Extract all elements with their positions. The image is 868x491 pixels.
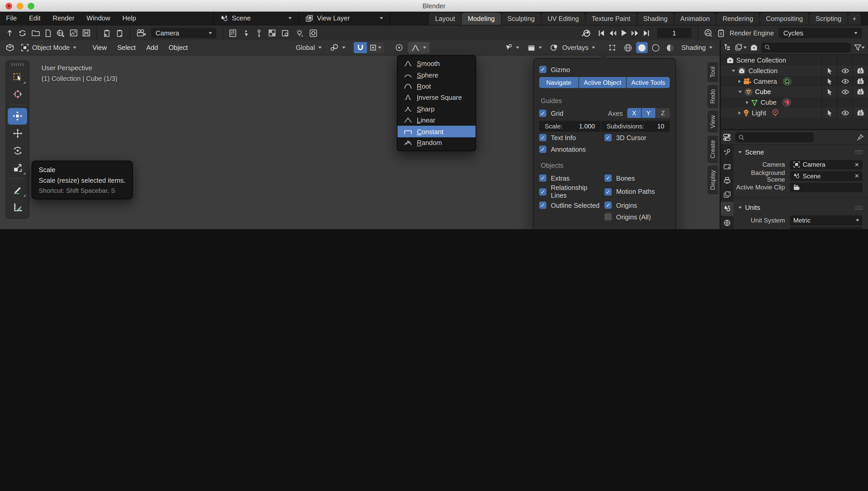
falloff-item-inverse-square[interactable]: Inverse Square [397,92,476,104]
shading-rendered-button[interactable] [664,42,676,53]
rotate-tool[interactable] [8,142,27,159]
extras-checkbox[interactable] [539,174,546,182]
folder-icon[interactable] [31,29,40,37]
grid-subdivisions-field[interactable]: Subdivisions: 10 [601,120,670,132]
select-pointer-icon[interactable] [827,78,832,85]
active-tools-button[interactable]: Active Tools [627,77,670,88]
expand-arrow-icon[interactable] [732,69,735,72]
properties-editor-icon[interactable] [723,133,731,141]
tab-animation[interactable]: Animation [674,13,717,25]
select-box-tool[interactable] [8,68,27,85]
clear-icon[interactable]: ✕ [855,162,859,168]
tab-sculpting[interactable]: Sculpting [502,13,541,25]
unit-system-selector[interactable]: Metric [790,215,863,225]
jump-to-start-icon[interactable] [598,30,605,36]
gizmos-toggle[interactable] [605,42,620,54]
snap-target-selector[interactable] [367,42,384,53]
expand-arrow-icon[interactable] [746,100,749,104]
grid-scale-field[interactable]: Scale: 1.000 [539,120,600,132]
disable-render-camera-icon[interactable] [857,67,864,74]
view-layer-selector[interactable]: View Layer [299,11,390,25]
annotations-checkbox[interactable] [539,146,546,153]
tab-texture-paint[interactable]: Texture Paint [586,13,637,25]
editor-split-horizontal[interactable] [721,129,868,130]
falloff-item-sharp[interactable]: Sharp [397,104,476,115]
scene-selector[interactable]: Scene [213,11,299,25]
render-engine-selector[interactable]: Cycles [779,28,862,38]
add-workspace-button[interactable]: + [848,13,861,25]
viewport-menu-view[interactable]: View [88,44,111,51]
tab-shading[interactable]: Shading [637,13,674,25]
hide-eye-icon[interactable] [841,110,849,115]
tab-scripting[interactable]: Scripting [809,13,848,25]
falloff-item-linear[interactable]: Linear [397,114,476,126]
annotate-tool[interactable] [8,181,27,198]
disable-render-camera-icon[interactable] [857,78,864,84]
link-globe-icon[interactable] [57,29,65,37]
sidebar-tab-create[interactable]: Create [708,136,718,163]
clear-icon[interactable]: ✕ [855,173,859,179]
image-icon[interactable] [70,29,78,37]
transform-tool[interactable] [8,108,27,124]
editor-split-vertical[interactable] [720,40,721,229]
filter-collection-icon[interactable] [750,44,758,51]
origins-checkbox[interactable] [604,202,612,209]
menu-window[interactable]: Window [81,11,117,25]
navigate-button[interactable]: Navigate [539,77,578,88]
scene-panel-header[interactable]: Scene [734,145,868,159]
world-tab-icon[interactable] [721,216,734,229]
hide-eye-icon[interactable] [841,68,849,74]
pin-icon[interactable] [256,29,263,37]
shading-material-button[interactable] [649,42,662,53]
tab-layout[interactable]: Layout [429,13,462,25]
publish-icon[interactable] [6,29,13,37]
next-keyframe-icon[interactable] [631,30,639,36]
previous-keyframe-icon[interactable] [609,30,617,36]
select-pointer-icon[interactable] [827,109,832,116]
viewport-menu-object[interactable]: Object [164,44,192,51]
sidebar-tab-redo[interactable]: Redo [708,85,718,108]
origins-all-checkbox[interactable] [604,213,612,221]
outliner-row-camera[interactable]: Camera [721,76,868,87]
outliner-row-light[interactable]: Light [721,108,868,118]
transform-pivot-selector[interactable] [327,42,349,54]
transform-orientation-selector[interactable]: Global [293,42,325,54]
camera-field[interactable]: Camera ✕ [790,160,863,170]
mode-selector[interactable]: Object Mode [18,42,80,54]
bones-checkbox[interactable] [604,174,612,182]
disable-render-camera-icon[interactable] [857,110,864,116]
output-tab-icon[interactable] [721,173,734,187]
sidebar-tab-display[interactable]: Display [708,166,718,195]
outliner-search-input[interactable] [761,42,851,53]
filter-funnel-icon[interactable] [854,44,865,51]
view-layer-tab-icon[interactable] [721,187,734,202]
proportional-editing-toggle[interactable] [392,42,406,54]
scene-tab-icon[interactable] [721,202,734,216]
select-pointer-icon[interactable] [827,88,832,95]
minimize-button[interactable] [17,3,23,9]
grid-checkbox[interactable] [539,110,546,117]
pin-id-icon[interactable] [857,134,864,141]
text-info-checkbox[interactable] [539,134,546,141]
tool-tab-icon[interactable] [721,145,734,159]
render-tab-icon[interactable] [721,159,734,173]
units-panel-header[interactable]: Units [734,201,868,215]
cursor-tool[interactable] [8,86,27,102]
active-object-button[interactable]: Active Object [579,77,626,88]
measure-tool[interactable] [8,199,27,215]
movie-clip-field[interactable] [790,182,863,192]
cursor-3d-checkbox[interactable] [604,134,612,141]
axis-z-button[interactable]: Z [656,108,670,118]
panel-drag-handle[interactable] [855,150,863,154]
camera-selector[interactable]: Camera [151,28,216,38]
copy-clipboard-icon[interactable] [103,29,111,37]
zoom-button[interactable] [28,3,34,9]
panel-icon[interactable] [229,29,236,37]
falloff-item-random[interactable]: Random [397,137,476,149]
panel-drag-handle[interactable] [855,206,863,209]
play-icon[interactable] [621,29,627,37]
jump-to-end-icon[interactable] [643,30,650,36]
expand-arrow-icon[interactable] [739,80,741,83]
axis-y-button[interactable]: Y [642,108,656,118]
hide-eye-icon[interactable] [841,78,849,84]
